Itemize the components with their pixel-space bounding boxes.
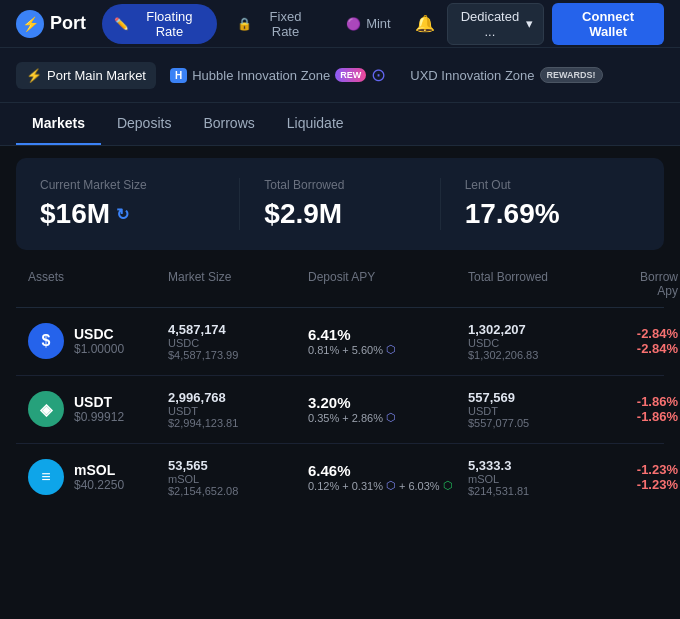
tab-port-main[interactable]: ⚡ Port Main Market	[16, 62, 156, 89]
borrow-apy-usdc: -2.84% -2.84%	[598, 326, 678, 356]
borrow-apy-msol: -1.23% -1.23%	[598, 462, 678, 492]
chevron-down-icon: ▾	[526, 16, 533, 31]
stats-section: Current Market Size $16M ↻ Total Borrowe…	[16, 158, 664, 250]
market-size-usdc: 4,587,174 USDC $4,587,173.99	[168, 322, 308, 361]
header-right: 🔔 Dedicated ... ▾ Connect Wallet	[411, 3, 664, 45]
toggle-icon: ⊙	[371, 64, 386, 86]
floating-rate-label: Floating Rate	[134, 9, 205, 39]
deposit-apy-usdt: 3.20% 0.35% + 2.86% ⬡	[308, 394, 468, 424]
green-reward-icon-msol: ⬡	[443, 479, 453, 492]
port-reward-icon-msol: ⬡	[386, 479, 396, 492]
tab-liquidate[interactable]: Liquidate	[271, 103, 360, 145]
total-borrowed-usdt: 557,569 USDT $557,077.05	[468, 390, 598, 429]
total-borrowed-value: $2.9M	[264, 198, 439, 230]
asset-cell-msol: ≡ mSOL $40.2250	[28, 459, 168, 495]
rewards-badge: REWARDS!	[540, 67, 603, 83]
asset-name-usdc: USDC	[74, 326, 124, 342]
table-row: ≡ mSOL $40.2250 53,565 mSOL $2,154,652.0…	[16, 444, 664, 511]
col-assets: Assets	[28, 270, 168, 299]
tab-hubble[interactable]: H Hubble Innovation Zone REW ⊙	[160, 58, 396, 92]
lent-out-label: Lent Out	[465, 178, 640, 192]
edit-icon: ✏️	[114, 17, 129, 31]
asset-info-usdt: USDT $0.99912	[74, 394, 124, 424]
msol-icon: ≡	[28, 459, 64, 495]
port-icon: ⚡	[26, 68, 42, 83]
asset-price-usdt: $0.99912	[74, 410, 124, 424]
market-size-msol: 53,565 mSOL $2,154,652.08	[168, 458, 308, 497]
asset-price-usdc: $1.00000	[74, 342, 124, 356]
notification-button[interactable]: 🔔	[411, 10, 439, 37]
tab-deposits[interactable]: Deposits	[101, 103, 187, 145]
current-market-size-label: Current Market Size	[40, 178, 215, 192]
lock-icon: 🔒	[237, 17, 252, 31]
mint-label: Mint	[366, 16, 391, 31]
port-reward-icon-usdt: ⬡	[386, 411, 396, 424]
logo-icon: ⚡	[16, 10, 44, 38]
logo-text: Port	[50, 13, 86, 34]
connect-wallet-button[interactable]: Connect Wallet	[552, 3, 664, 45]
total-borrowed-label: Total Borrowed	[264, 178, 439, 192]
assets-table: Assets Market Size Deposit APY Total Bor…	[0, 262, 680, 527]
asset-info-usdc: USDC $1.00000	[74, 326, 124, 356]
uxd-label: UXD Innovation Zone	[410, 68, 534, 83]
tab-borrows[interactable]: Borrows	[187, 103, 270, 145]
mint-icon: 🟣	[346, 17, 361, 31]
asset-info-msol: mSOL $40.2250	[74, 462, 124, 492]
lent-out-stat: Lent Out 17.69%	[440, 178, 640, 230]
fixed-rate-label: Fixed Rate	[257, 9, 314, 39]
usdc-icon: $	[28, 323, 64, 359]
deposit-apy-msol: 6.46% 0.12% + 0.31% ⬡ + 6.03% ⬡	[308, 462, 468, 492]
logo: ⚡ Port	[16, 10, 86, 38]
floating-rate-button[interactable]: ✏️ Floating Rate	[102, 4, 217, 44]
hubble-label: Hubble Innovation Zone	[192, 68, 330, 83]
asset-cell-usdc: $ USDC $1.00000	[28, 323, 168, 359]
deposit-apy-usdc: 6.41% 0.81% + 5.60% ⬡	[308, 326, 468, 356]
total-borrowed-stat: Total Borrowed $2.9M	[239, 178, 439, 230]
market-size-usdt: 2,996,768 USDT $2,994,123.81	[168, 390, 308, 429]
table-header: Assets Market Size Deposit APY Total Bor…	[16, 262, 664, 308]
hubble-badge: H	[170, 68, 187, 83]
header: ⚡ Port ✏️ Floating Rate 🔒 Fixed Rate 🟣 M…	[0, 0, 680, 48]
refresh-icon[interactable]: ↻	[116, 205, 129, 224]
lent-out-value: 17.69%	[465, 198, 640, 230]
col-deposit-apy: Deposit APY	[308, 270, 468, 299]
asset-name-msol: mSOL	[74, 462, 124, 478]
asset-name-usdt: USDT	[74, 394, 124, 410]
rew-badge: REW	[335, 68, 366, 82]
total-borrowed-usdc: 1,302,207 USDC $1,302,206.83	[468, 322, 598, 361]
connect-wallet-label: Connect Wallet	[582, 9, 634, 39]
tab-uxd[interactable]: UXD Innovation Zone REWARDS!	[400, 61, 612, 89]
usdt-icon: ◈	[28, 391, 64, 427]
port-main-label: Port Main Market	[47, 68, 146, 83]
port-reward-icon-usdc: ⬡	[386, 343, 396, 356]
current-market-size-value: $16M ↻	[40, 198, 215, 230]
fixed-rate-button[interactable]: 🔒 Fixed Rate	[225, 4, 326, 44]
current-market-size-stat: Current Market Size $16M ↻	[40, 178, 239, 230]
dedicated-label: Dedicated ...	[458, 9, 522, 39]
mint-button[interactable]: 🟣 Mint	[334, 11, 403, 36]
col-borrow-apy: BorrowApy	[598, 270, 678, 299]
total-borrowed-msol: 5,333.3 mSOL $214,531.81	[468, 458, 598, 497]
asset-price-msol: $40.2250	[74, 478, 124, 492]
table-row: ◈ USDT $0.99912 2,996,768 USDT $2,994,12…	[16, 376, 664, 444]
col-total-borrowed: Total Borrowed	[468, 270, 598, 299]
dedicated-button[interactable]: Dedicated ... ▾	[447, 3, 544, 45]
borrow-apy-usdt: -1.86% -1.86%	[598, 394, 678, 424]
sub-tabs: Markets Deposits Borrows Liquidate	[0, 103, 680, 146]
table-row: $ USDC $1.00000 4,587,174 USDC $4,587,17…	[16, 308, 664, 376]
col-market-size: Market Size	[168, 270, 308, 299]
tab-markets[interactable]: Markets	[16, 103, 101, 145]
market-tabs-bar: ⚡ Port Main Market H Hubble Innovation Z…	[0, 48, 680, 103]
asset-cell-usdt: ◈ USDT $0.99912	[28, 391, 168, 427]
